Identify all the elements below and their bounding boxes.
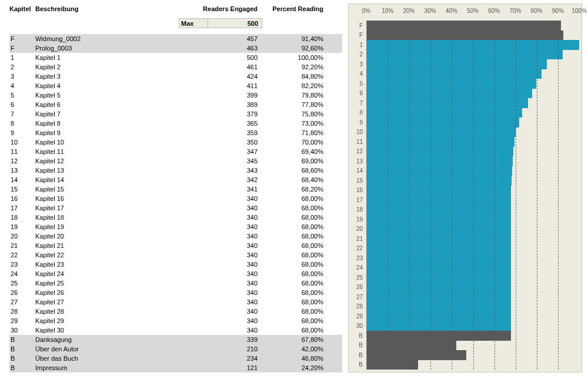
cell-percent: 75,80% bbox=[262, 109, 327, 119]
y-axis-label: 27 bbox=[349, 292, 365, 302]
cell-kapitel: B bbox=[9, 354, 35, 363]
cell-readers: 340 bbox=[179, 288, 262, 297]
cell-percent: 70,00% bbox=[262, 137, 327, 147]
axis-tick: 0% bbox=[362, 8, 370, 14]
table-row: 11Kapitel 1134769,40% bbox=[9, 147, 342, 156]
cell-beschreibung: Kapitel 18 bbox=[35, 213, 179, 222]
table-row: 1Kapitel 1500100,00% bbox=[9, 53, 342, 62]
cell-kapitel: 2 bbox=[9, 62, 35, 72]
cell-kapitel: 30 bbox=[9, 325, 35, 335]
cell-beschreibung: Kapitel 19 bbox=[35, 222, 179, 231]
cell-beschreibung: Danksagung bbox=[35, 335, 179, 344]
cell-beschreibung: Kapitel 12 bbox=[35, 156, 179, 166]
cell-kapitel: 9 bbox=[9, 128, 35, 137]
table-row: 14Kapitel 1434268,40% bbox=[9, 175, 342, 184]
cell-percent: 68,00% bbox=[262, 241, 327, 250]
cell-kapitel: 5 bbox=[9, 90, 35, 100]
cell-beschreibung: Kapitel 16 bbox=[35, 194, 179, 203]
y-axis-label: 5 bbox=[349, 79, 365, 89]
cell-kapitel: 15 bbox=[9, 184, 35, 194]
cell-readers: 463 bbox=[179, 43, 262, 53]
bar bbox=[367, 156, 513, 166]
table-row: 21Kapitel 2134068,00% bbox=[9, 241, 342, 250]
cell-beschreibung: Über das Buch bbox=[35, 354, 179, 363]
y-axis-label: 9 bbox=[349, 118, 365, 127]
layout-container: Kapitel Beschreibung Readers Engaged Per… bbox=[0, 0, 588, 376]
cell-percent: 69,40% bbox=[262, 147, 327, 156]
cell-beschreibung: Kapitel 22 bbox=[35, 250, 179, 260]
table-row: 26Kapitel 2634068,00% bbox=[9, 288, 342, 297]
cell-kapitel: 13 bbox=[9, 166, 35, 175]
cell-percent: 68,00% bbox=[262, 250, 327, 260]
chart-panel: 0%10%20%30%40%50%60%70%80%90%100% FF1234… bbox=[342, 4, 582, 372]
table-row: 17Kapitel 1734068,00% bbox=[9, 203, 342, 213]
cell-beschreibung: Kapitel 28 bbox=[35, 307, 179, 316]
header-beschreibung: Beschreibung bbox=[35, 5, 179, 12]
cell-percent: 100,00% bbox=[262, 53, 327, 62]
axis-tick: 70% bbox=[509, 8, 521, 14]
axis-tick: 20% bbox=[403, 8, 415, 14]
gridline bbox=[430, 21, 431, 370]
cell-kapitel: 17 bbox=[9, 203, 35, 213]
cell-beschreibung: Kapitel 10 bbox=[35, 137, 179, 147]
y-axis-label: 13 bbox=[349, 156, 365, 166]
bar bbox=[367, 31, 563, 41]
cell-readers: 342 bbox=[179, 175, 262, 184]
y-axis-label: 3 bbox=[349, 59, 365, 69]
cell-beschreibung: Kapitel 7 bbox=[35, 109, 179, 119]
data-panel: Kapitel Beschreibung Readers Engaged Per… bbox=[9, 4, 342, 372]
data-rows: FWidmung_000245791,40%FProlog_000346392,… bbox=[9, 34, 342, 372]
y-axis-label: 29 bbox=[349, 311, 365, 321]
cell-kapitel: 7 bbox=[9, 109, 35, 119]
gridline bbox=[388, 21, 389, 370]
cell-beschreibung: Prolog_0003 bbox=[35, 43, 179, 53]
cell-beschreibung: Kapitel 14 bbox=[35, 175, 179, 184]
y-axis-label: 23 bbox=[349, 253, 365, 263]
table-row: 12Kapitel 1234569,00% bbox=[9, 156, 342, 166]
cell-kapitel: 1 bbox=[9, 53, 35, 62]
cell-readers: 359 bbox=[179, 128, 262, 137]
y-axis-label: B bbox=[349, 350, 365, 360]
cell-readers: 340 bbox=[179, 250, 262, 260]
cell-beschreibung: Kapitel 4 bbox=[35, 81, 179, 90]
y-axis-label: 22 bbox=[349, 244, 365, 254]
cell-beschreibung: Widmung_0002 bbox=[35, 34, 179, 43]
cell-percent: 92,20% bbox=[262, 62, 327, 72]
axis-tick: 100% bbox=[572, 8, 587, 14]
table-row: 8Kapitel 836573,00% bbox=[9, 119, 342, 128]
cell-beschreibung: Kapitel 23 bbox=[35, 260, 179, 269]
header-kapitel: Kapitel bbox=[9, 5, 35, 12]
table-row: 16Kapitel 1634068,00% bbox=[9, 194, 342, 203]
y-axis-label: 24 bbox=[349, 263, 365, 273]
cell-readers: 340 bbox=[179, 316, 262, 325]
table-row: 30Kapitel 3034068,00% bbox=[9, 325, 342, 335]
cell-beschreibung: Kapitel 26 bbox=[35, 288, 179, 297]
table-row: 3Kapitel 342484,80% bbox=[9, 72, 342, 81]
table-row: 23Kapitel 2334068,00% bbox=[9, 260, 342, 269]
column-headers: Kapitel Beschreibung Readers Engaged Per… bbox=[9, 4, 342, 14]
x-axis: 0%10%20%30%40%50%60%70%80%90%100% bbox=[366, 4, 579, 21]
cell-kapitel: 27 bbox=[9, 297, 35, 307]
bar bbox=[367, 341, 456, 351]
y-axis-label: 8 bbox=[349, 108, 365, 118]
cell-readers: 340 bbox=[179, 241, 262, 250]
cell-beschreibung: Kapitel 21 bbox=[35, 241, 179, 250]
cell-kapitel: B bbox=[9, 335, 35, 344]
cell-percent: 68,00% bbox=[262, 288, 327, 297]
cell-kapitel: 22 bbox=[9, 250, 35, 260]
table-row: 27Kapitel 2734068,00% bbox=[9, 297, 342, 307]
cell-percent: 73,00% bbox=[262, 119, 327, 128]
cell-beschreibung: Kapitel 9 bbox=[35, 128, 179, 137]
cell-beschreibung: Kapitel 27 bbox=[35, 297, 179, 307]
cell-beschreibung: Kapitel 13 bbox=[35, 166, 179, 175]
table-row: 28Kapitel 2834068,00% bbox=[9, 307, 342, 316]
cell-readers: 339 bbox=[179, 335, 262, 344]
y-axis-label: 11 bbox=[349, 137, 365, 147]
y-axis-label: B bbox=[349, 331, 365, 341]
cell-kapitel: 20 bbox=[9, 231, 35, 241]
cell-percent: 68,00% bbox=[262, 316, 327, 325]
y-axis-label: 6 bbox=[349, 89, 365, 99]
gridline bbox=[495, 21, 495, 370]
gridline bbox=[409, 21, 410, 370]
axis-tick: 40% bbox=[446, 8, 457, 14]
